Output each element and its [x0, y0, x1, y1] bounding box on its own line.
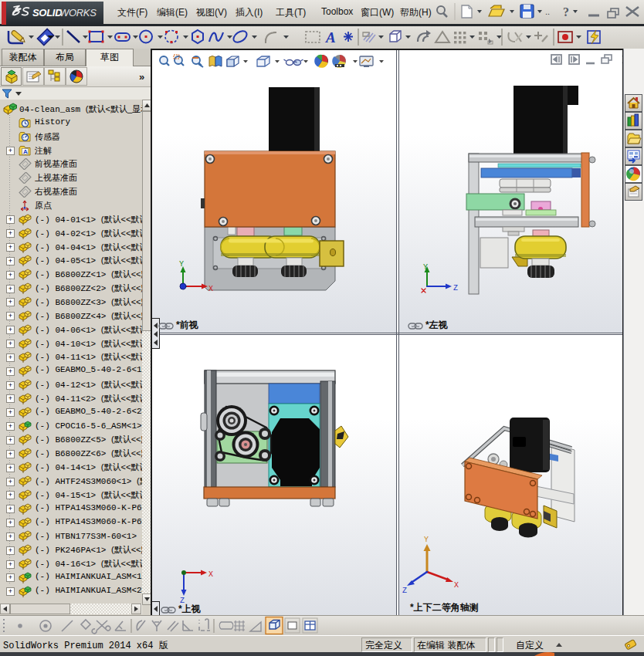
svg-text:A: A: [23, 148, 28, 155]
svg-text:X: X: [208, 285, 213, 293]
svg-text:X: X: [208, 570, 213, 579]
svg-text:..: ..: [545, 7, 550, 16]
svg-text:Y: Y: [179, 260, 184, 269]
svg-text:»: »: [139, 71, 144, 83]
svg-text:Z: Z: [453, 284, 458, 292]
svg-text:Y: Y: [423, 263, 428, 272]
svg-text:Y: Y: [424, 536, 429, 544]
svg-text:X: X: [454, 581, 459, 590]
svg-text:?: ?: [563, 5, 569, 19]
svg-text:Z: Z: [402, 587, 407, 595]
svg-text:A: A: [325, 29, 336, 46]
